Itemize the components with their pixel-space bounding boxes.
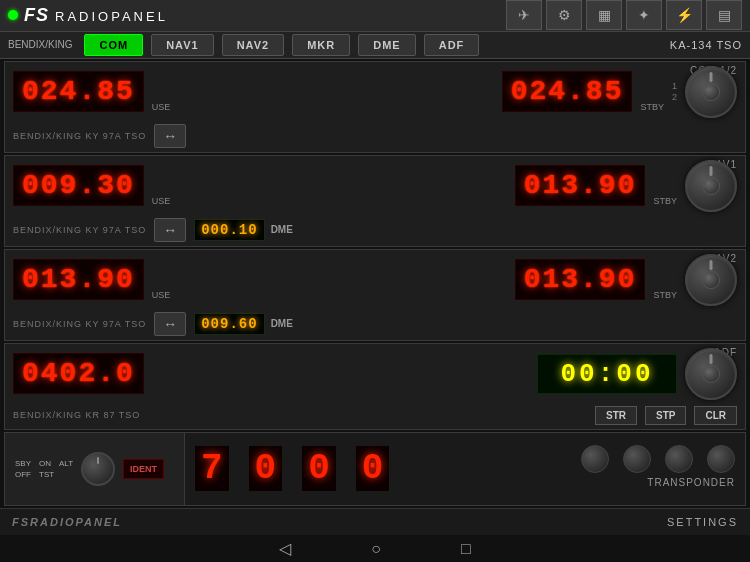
nav-brand-label: BENDIX/KING — [8, 39, 72, 50]
nav2-stby-label: STBY — [653, 290, 677, 300]
com-knob-wrap — [685, 66, 737, 118]
xpdr-sby-label: SBY — [15, 459, 31, 468]
icon-lightning[interactable]: ⚡ — [666, 0, 702, 30]
nav1-bottom-row: BENDIX/KING KY 97A TSO ↔ 000.10 DME — [5, 216, 745, 246]
nav2-knob-inner — [702, 271, 720, 289]
nav1-use-display: 009.30 — [13, 165, 144, 206]
transponder-main: 7 0 0 0 TRANSPONDER — [185, 433, 745, 505]
nav1-stby-label: STBY — [653, 196, 677, 206]
tab-nav1[interactable]: NAV1 — [151, 34, 214, 56]
tab-dme[interactable]: DME — [358, 34, 415, 56]
adf-timer-display: 00:00 — [537, 354, 677, 394]
transponder-knob-2[interactable] — [623, 445, 651, 473]
adf-brand: BENDIX/KING KR 87 TSO — [13, 410, 140, 420]
app-logo: FS RADIOPANEL — [24, 5, 168, 26]
com-use-label: USE — [152, 102, 171, 112]
com-freq-switch: 1 2 — [672, 81, 677, 102]
transponder-digits: 7 0 0 0 — [195, 446, 389, 491]
bottom-bar: FSRADIOPANEL SETTINGS — [0, 508, 750, 535]
com-panel: COM 1/2 024.85 USE 024.85 STBY 1 2 BENDI… — [4, 61, 746, 153]
adf-bottom-row: BENDIX/KING KR 87 TSO STR STP CLR — [5, 404, 745, 429]
adf-str-button[interactable]: STR — [595, 406, 637, 425]
transponder-knob-4[interactable] — [707, 445, 735, 473]
android-nav-bar: ◁ ○ □ — [0, 535, 750, 562]
nav2-freq-row: 013.90 USE 013.90 STBY — [5, 250, 745, 310]
tab-mkr[interactable]: MKR — [292, 34, 350, 56]
adf-knob[interactable] — [685, 348, 737, 400]
xpdr-on-label: ON — [39, 459, 51, 468]
transponder-knob-1[interactable] — [581, 445, 609, 473]
top-icon-bar: ✈ ⚙ ▦ ✦ ⚡ ▤ — [506, 0, 742, 30]
nav2-use-display: 013.90 — [13, 259, 144, 300]
nav1-use-label: USE — [152, 196, 171, 206]
icon-menu[interactable]: ▤ — [706, 0, 742, 30]
adf-panel: ADF 0402.0 00:00 BENDIX/KING KR 87 TSO S… — [4, 343, 746, 430]
xpdr-alt-label: ALT — [59, 459, 73, 468]
icon-grid[interactable]: ▦ — [586, 0, 622, 30]
transponder-digit-3: 0 — [302, 446, 336, 491]
adf-clr-button[interactable]: CLR — [694, 406, 737, 425]
transponder-knob-3[interactable] — [665, 445, 693, 473]
settings-button[interactable]: SETTINGS — [667, 516, 738, 528]
transponder-label: TRANSPONDER — [647, 477, 735, 492]
nav2-use-label: USE — [152, 290, 171, 300]
transponder-knobs — [581, 445, 735, 473]
transponder-left: SBY ON ALT OFF TST IDENT — [5, 433, 185, 505]
nav1-knob-wrap — [685, 160, 737, 212]
android-home-button[interactable]: ○ — [371, 540, 381, 558]
model-label: KA-134 TSO — [670, 39, 742, 51]
icon-signal[interactable]: ✈ — [506, 0, 542, 30]
android-recent-button[interactable]: □ — [461, 540, 471, 558]
transponder-digit-1: 7 — [195, 446, 229, 491]
nav1-dme-display: 000.10 — [194, 219, 264, 241]
nav1-knob[interactable] — [685, 160, 737, 212]
adf-freq-row: 0402.0 00:00 — [5, 344, 745, 404]
com-knob-inner — [702, 83, 720, 101]
nav2-panel: NAV2 013.90 USE 013.90 STBY BENDIX/KING … — [4, 249, 746, 341]
com-knob[interactable] — [685, 66, 737, 118]
nav1-swap-button[interactable]: ↔ — [154, 218, 186, 242]
nav1-stby-display: 013.90 — [515, 165, 646, 206]
tab-nav2[interactable]: NAV2 — [222, 34, 285, 56]
nav2-bottom-row: BENDIX/KING KY 97A TSO ↔ 009.60 DME — [5, 310, 745, 340]
com-brand: BENDIX/KING KY 97A TSO — [13, 131, 146, 141]
logo-fs: FS — [24, 5, 49, 25]
adf-knob-wrap — [685, 348, 737, 400]
top-bar: FS RADIOPANEL ✈ ⚙ ▦ ✦ ⚡ ▤ — [0, 0, 750, 32]
nav2-knob[interactable] — [685, 254, 737, 306]
transponder-mode-bottom: OFF TST — [15, 470, 73, 479]
xpdr-tst-label: TST — [39, 470, 54, 479]
tab-com[interactable]: COM — [84, 34, 143, 56]
adf-knob-inner — [702, 365, 720, 383]
transponder-mode-knob[interactable] — [81, 452, 115, 486]
transponder-panel: SBY ON ALT OFF TST IDENT 7 0 0 0 — [4, 432, 746, 506]
nav2-dme-display: 009.60 — [194, 313, 264, 335]
power-led — [8, 10, 18, 20]
com-stby-display: 024.85 — [502, 71, 633, 112]
nav2-knob-wrap — [685, 254, 737, 306]
xpdr-off-label: OFF — [15, 470, 31, 479]
transponder-mode-top: SBY ON ALT — [15, 459, 73, 468]
panels-container: COM 1/2 024.85 USE 024.85 STBY 1 2 BENDI… — [0, 59, 750, 508]
icon-gear[interactable]: ⚙ — [546, 0, 582, 30]
nav2-dme-label: DME — [271, 318, 293, 329]
transponder-digit-4: 0 — [356, 446, 390, 491]
transponder-ident-button[interactable]: IDENT — [123, 459, 164, 479]
nav1-dme-label: DME — [271, 224, 293, 235]
nav2-swap-button[interactable]: ↔ — [154, 312, 186, 336]
android-back-button[interactable]: ◁ — [279, 539, 291, 558]
icon-star[interactable]: ✦ — [626, 0, 662, 30]
bottom-brand-label: FSRADIOPANEL — [12, 516, 122, 528]
freq-2-label: 2 — [672, 92, 677, 102]
com-use-display: 024.85 — [13, 71, 144, 112]
com-swap-button[interactable]: ↔ — [154, 124, 186, 148]
com-stby-label: STBY — [640, 102, 664, 112]
freq-1-label: 1 — [672, 81, 677, 91]
nav1-brand: BENDIX/KING KY 97A TSO — [13, 225, 146, 235]
adf-stp-button[interactable]: STP — [645, 406, 686, 425]
adf-use-display: 0402.0 — [13, 353, 144, 394]
logo-radiopanel: RADIOPANEL — [55, 9, 168, 24]
com-bottom-row: BENDIX/KING KY 97A TSO ↔ — [5, 122, 745, 152]
tab-adf[interactable]: ADF — [424, 34, 480, 56]
nav2-dme-row: 009.60 DME — [194, 313, 293, 335]
